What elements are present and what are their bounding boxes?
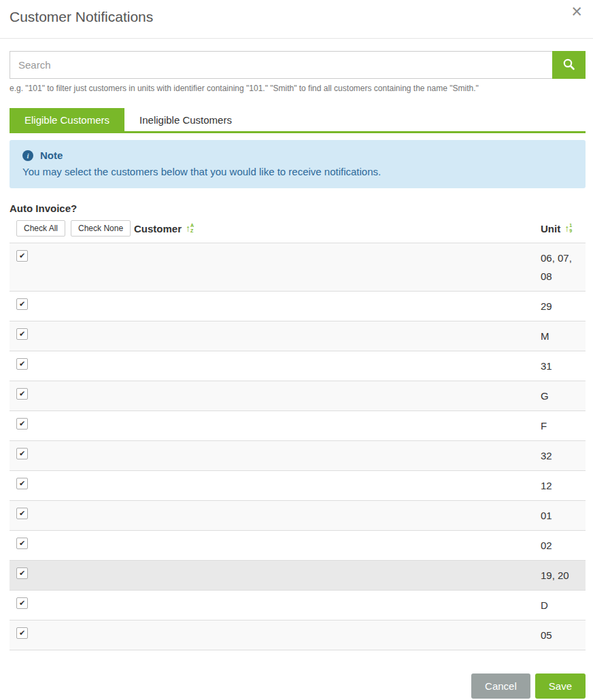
checkbox-cell: ✔ xyxy=(10,387,134,400)
row-checkbox[interactable]: ✔ xyxy=(16,358,28,370)
row-checkbox[interactable]: ✔ xyxy=(16,508,28,519)
checkbox-cell: ✔ xyxy=(10,506,134,519)
modal-footer: Cancel Save xyxy=(0,650,593,700)
close-icon[interactable]: × xyxy=(567,1,586,22)
cancel-button[interactable]: Cancel xyxy=(471,673,530,699)
row-checkbox[interactable]: ✔ xyxy=(16,478,28,489)
customer-column-header[interactable]: Customer ↑ A Z xyxy=(134,223,541,234)
customer-header-label: Customer xyxy=(134,223,182,234)
table-row: ✔ 29 xyxy=(10,292,586,321)
table-header: Check All Check None Customer ↑ A Z Unit… xyxy=(10,220,586,243)
sort-alpha-asc-icon: ↑ A Z xyxy=(186,223,194,233)
unit-cell: 02 xyxy=(541,536,586,555)
note-text: You may select the customers below that … xyxy=(22,166,573,177)
unit-cell: 12 xyxy=(541,476,586,495)
search-bar xyxy=(10,51,586,79)
unit-cell: D xyxy=(541,596,586,614)
unit-cell: M xyxy=(541,327,586,345)
checkbox-cell: ✔ xyxy=(10,327,134,340)
checkbox-cell: ✔ xyxy=(10,626,134,639)
note-title: Note xyxy=(40,150,63,161)
tab-ineligible-customers[interactable]: Ineligible Customers xyxy=(124,108,247,131)
row-checkbox[interactable]: ✔ xyxy=(16,538,28,549)
checkbox-cell: ✔ xyxy=(10,566,134,579)
unit-cell: G xyxy=(541,387,586,405)
row-checkbox[interactable]: ✔ xyxy=(16,448,28,459)
table-row: ✔ 31 xyxy=(10,351,586,381)
checkbox-cell: ✔ xyxy=(10,447,134,459)
unit-cell: 06, 07, 08 xyxy=(541,249,586,285)
table-row: ✔ 05 xyxy=(10,620,586,650)
unit-cell: 05 xyxy=(541,626,586,644)
row-checkbox[interactable]: ✔ xyxy=(16,597,28,609)
customer-notifications-modal: Customer Notifications × e.g. "101" to f… xyxy=(0,0,593,700)
checkbox-cell: ✔ xyxy=(10,249,134,262)
row-checkbox[interactable]: ✔ xyxy=(16,250,28,262)
checkbox-cell: ✔ xyxy=(10,536,134,549)
table-body: ✔ 06, 07, 08 ✔ 29 ✔ M xyxy=(10,243,586,650)
search-icon xyxy=(562,58,575,73)
table-row: ✔ G xyxy=(10,381,586,411)
unit-cell: 32 xyxy=(541,447,586,465)
row-checkbox[interactable]: ✔ xyxy=(16,418,28,430)
unit-header-label: Unit xyxy=(541,223,560,234)
modal-header: Customer Notifications × xyxy=(0,0,593,39)
row-checkbox[interactable]: ✔ xyxy=(16,567,28,579)
table-row: ✔ M xyxy=(10,321,586,351)
check-none-button[interactable]: Check None xyxy=(71,220,131,237)
save-button[interactable]: Save xyxy=(535,673,586,699)
row-checkbox[interactable]: ✔ xyxy=(16,298,28,310)
checkbox-cell: ✔ xyxy=(10,596,134,609)
unit-cell: 19, 20 xyxy=(541,566,586,584)
checkbox-cell: ✔ xyxy=(10,417,134,430)
unit-column-header[interactable]: Unit ↑ 1 9 xyxy=(541,223,586,234)
note-alert: i Note You may select the customers belo… xyxy=(10,140,586,188)
tab-bar: Eligible Customers Ineligible Customers xyxy=(10,108,586,133)
table-row: ✔ 01 xyxy=(10,501,586,531)
search-input[interactable] xyxy=(10,51,552,79)
checkbox-cell: ✔ xyxy=(10,476,134,489)
unit-cell: F xyxy=(541,417,586,435)
table-row: ✔ 19, 20 xyxy=(10,561,586,591)
unit-cell: 31 xyxy=(541,357,586,375)
row-checkbox[interactable]: ✔ xyxy=(16,627,28,639)
check-buttons: Check All Check None xyxy=(10,220,134,237)
row-checkbox[interactable]: ✔ xyxy=(16,328,28,340)
modal-body: e.g. "101" to filter just customers in u… xyxy=(0,39,593,650)
row-checkbox[interactable]: ✔ xyxy=(16,388,28,400)
note-title-row: i Note xyxy=(22,150,573,161)
search-hint: e.g. "101" to filter just customers in u… xyxy=(10,84,586,93)
checkbox-cell: ✔ xyxy=(10,297,134,310)
table-row: ✔ 06, 07, 08 xyxy=(10,243,586,292)
table-row: ✔ 02 xyxy=(10,531,586,561)
checkbox-cell: ✔ xyxy=(10,357,134,370)
unit-cell: 29 xyxy=(541,297,586,315)
tab-eligible-customers[interactable]: Eligible Customers xyxy=(10,108,124,131)
table-row: ✔ F xyxy=(10,411,586,441)
page-title: Customer Notifications xyxy=(10,9,582,25)
auto-invoice-label: Auto Invoice? xyxy=(10,203,586,214)
info-icon: i xyxy=(22,150,33,161)
check-all-button[interactable]: Check All xyxy=(16,220,65,237)
table-row: ✔ 12 xyxy=(10,471,586,501)
sort-numeric-asc-icon: ↑ 1 9 xyxy=(564,223,572,233)
unit-cell: 01 xyxy=(541,506,586,525)
table-row: ✔ D xyxy=(10,591,586,620)
table-row: ✔ 32 xyxy=(10,441,586,471)
search-button[interactable] xyxy=(552,51,586,79)
